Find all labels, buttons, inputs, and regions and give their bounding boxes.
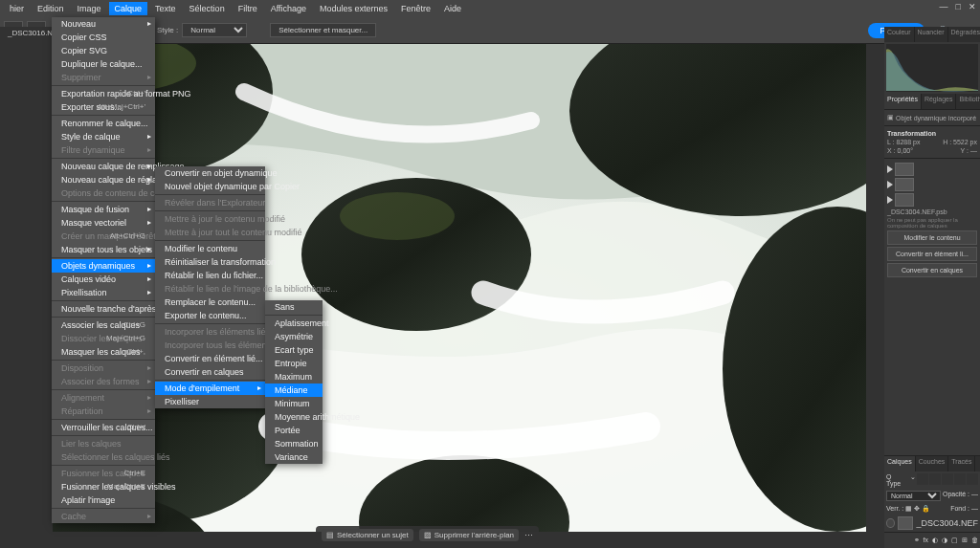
menu-item[interactable]: Ecart type: [265, 343, 323, 357]
more-icon[interactable]: ⋯: [524, 531, 533, 540]
layer-thumbnail[interactable]: [895, 178, 914, 191]
menu-item[interactable]: Verrouiller les calques...Ctrl+/: [52, 421, 155, 434]
trash-icon[interactable]: 🗑: [971, 537, 978, 544]
menu-item[interactable]: Calques vidéo: [52, 273, 155, 286]
filter-smart-icon[interactable]: [967, 473, 978, 485]
menu-aide[interactable]: Aide: [438, 2, 467, 15]
tab-réglages[interactable]: Réglages: [922, 94, 957, 109]
menu-item[interactable]: Sommation: [265, 437, 323, 450]
menu-item[interactable]: Sans: [265, 300, 323, 314]
tab-bibliothèques[interactable]: Bibliothèques: [956, 94, 980, 109]
tab-dégradés[interactable]: Dégradés: [948, 27, 980, 42]
convert-layers-button[interactable]: Convertir en calques: [887, 263, 977, 277]
menu-sélection[interactable]: Sélection: [184, 2, 231, 15]
tab-tracés[interactable]: Tracés: [948, 456, 975, 471]
menu-item[interactable]: Remplacer le contenu...: [155, 296, 265, 309]
layer-row[interactable]: _DSC3004.NEF: [884, 515, 980, 532]
menu-item[interactable]: Mode d'empilement: [155, 382, 265, 395]
menu-item[interactable]: Masquer les calquesCtrl+,: [52, 345, 155, 359]
menu-item[interactable]: Pixellisation: [52, 286, 155, 299]
layer-thumbnail[interactable]: [895, 193, 914, 207]
menu-item[interactable]: Minimum: [265, 397, 323, 410]
menu-texte[interactable]: Texte: [149, 2, 182, 15]
menu-item[interactable]: Fusionner les calques visiblesMaj+Ctrl+E: [52, 480, 155, 493]
menu-item[interactable]: Objets dynamiques: [52, 259, 155, 273]
filter-type[interactable]: Q Type: [886, 473, 907, 487]
menu-item[interactable]: Exportation rapide au format PNGCtrl+': [52, 87, 155, 100]
tab-couleur[interactable]: Couleur: [884, 27, 915, 42]
filter-shape-icon[interactable]: [954, 473, 966, 485]
linked-doc[interactable]: _DSC3004.NEF.psb: [887, 208, 977, 216]
menu-item[interactable]: Asymétrie: [265, 330, 323, 343]
menu-item[interactable]: Exporter le contenu...: [155, 309, 265, 322]
close-icon[interactable]: ✕: [969, 2, 976, 11]
convert-linked-button[interactable]: Convertir en élément li...: [887, 247, 977, 261]
minimize-icon[interactable]: —: [940, 2, 948, 11]
menu-item[interactable]: Rétablir le lien du fichier...: [155, 269, 265, 282]
filter-adjust-icon[interactable]: [929, 473, 941, 485]
layer-thumbnail[interactable]: [895, 163, 914, 176]
menu-item[interactable]: Dupliquer le calque...: [52, 57, 155, 71]
menu-affichage[interactable]: Affichage: [265, 2, 312, 15]
menu-item[interactable]: Nouveau calque de réglage: [52, 173, 155, 186]
select-subject-button[interactable]: ▤Sélectionner un sujet: [322, 529, 413, 541]
menu-item[interactable]: Entropie: [265, 357, 323, 370]
tab-couches[interactable]: Couches: [916, 456, 949, 471]
folder-icon[interactable]: ▢: [951, 537, 958, 544]
menu-modules externes[interactable]: Modules externes: [314, 2, 393, 15]
menu-calque[interactable]: Calque: [109, 2, 148, 15]
expand-arrow-icon[interactable]: [887, 196, 893, 204]
menu-item[interactable]: Nouveau: [52, 17, 155, 31]
menu-item[interactable]: Convertir en calques: [155, 365, 265, 379]
menu-item[interactable]: Nouvelle tranche d'après un calque: [52, 302, 155, 316]
layer-name[interactable]: _DSC3004.NEF: [916, 518, 978, 528]
tab-propriétés[interactable]: Propriétés: [884, 94, 922, 109]
menu-item[interactable]: Pixelliser: [155, 395, 265, 408]
fx-icon[interactable]: fx: [924, 537, 928, 544]
menu-item[interactable]: Nouveau calque de remplissage: [52, 160, 155, 173]
menu-edition[interactable]: Edition: [32, 2, 70, 15]
menu-item[interactable]: Aplatissement: [265, 317, 323, 330]
filter-pixel-icon[interactable]: [917, 473, 928, 485]
maximize-icon[interactable]: □: [956, 2, 961, 11]
adjustment-icon[interactable]: ◑: [942, 537, 947, 544]
menu-item[interactable]: Modifier le contenu: [155, 242, 265, 255]
layer-thumbnail[interactable]: [898, 516, 914, 530]
visibility-icon[interactable]: [886, 518, 895, 528]
tab-calques[interactable]: Calques: [884, 456, 916, 471]
menu-item[interactable]: Maximum: [265, 370, 323, 384]
expand-arrow-icon[interactable]: [887, 181, 893, 188]
menu-item[interactable]: Nouvel objet dynamique par Copier: [155, 180, 265, 193]
menu-item[interactable]: Masquer tous les objets: [52, 243, 155, 256]
menu-item[interactable]: Aplatir l'image: [52, 493, 155, 507]
menu-item[interactable]: Copier CSS: [52, 31, 155, 44]
filter-text-icon[interactable]: [942, 473, 953, 485]
select-and-mask-button[interactable]: Sélectionner et masquer...: [270, 23, 376, 37]
mask-icon[interactable]: ◐: [932, 537, 938, 544]
menu-item[interactable]: Masque vectoriel: [52, 216, 155, 230]
expand-arrow-icon[interactable]: [887, 165, 893, 173]
remove-background-button[interactable]: ▨Supprimer l'arrière-plan: [419, 529, 519, 541]
menu-item[interactable]: Masque de fusion: [52, 203, 155, 216]
link-icon[interactable]: ⚭: [914, 537, 920, 544]
tab-nuancier[interactable]: Nuancier: [915, 27, 948, 42]
menu-item[interactable]: Copier SVG: [52, 44, 155, 57]
menu-item[interactable]: Style de calque: [52, 130, 155, 143]
transform-header[interactable]: Transformation: [887, 129, 977, 138]
menu-item[interactable]: Réinitialiser la transformation: [155, 255, 265, 269]
menu-item[interactable]: Portée: [265, 424, 323, 437]
blend-mode-select[interactable]: Normal: [886, 491, 941, 501]
menu-item[interactable]: Médiane: [265, 384, 323, 397]
menu-fenêtre[interactable]: Fenêtre: [395, 2, 436, 15]
menu-filtre[interactable]: Filtre: [233, 2, 263, 15]
menu-item[interactable]: Moyenne arithmétique: [265, 410, 323, 424]
menu-item[interactable]: Exporter sous...Alt+Maj+Ctrl+': [52, 100, 155, 114]
style-select[interactable]: Normal: [182, 23, 247, 37]
new-layer-icon[interactable]: ⊞: [962, 537, 968, 544]
menu-item[interactable]: Variance: [265, 450, 323, 464]
edit-contents-button[interactable]: Modifier le contenu: [887, 230, 977, 245]
lock-icon[interactable]: ▦: [905, 505, 912, 513]
menu-image[interactable]: Image: [72, 2, 107, 15]
menu-item[interactable]: Renommer le calque...: [52, 117, 155, 130]
menu-item[interactable]: Convertir en élément lié...: [155, 352, 265, 365]
